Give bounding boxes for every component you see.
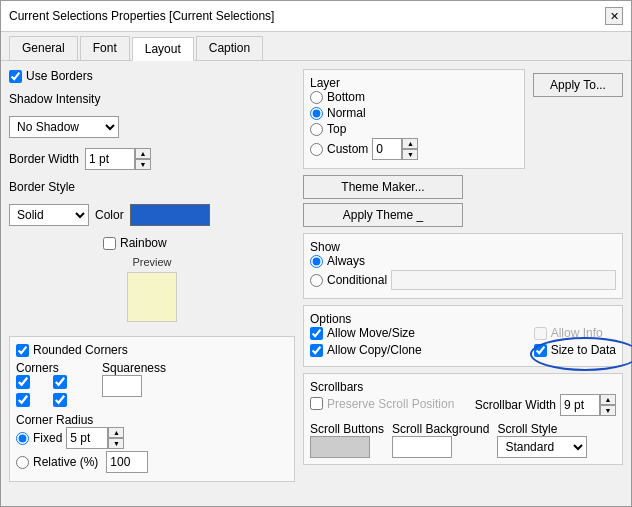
- show-label: Show: [310, 240, 616, 254]
- squareness-input[interactable]: 2: [102, 375, 142, 397]
- scroll-style-select[interactable]: Standard: [497, 436, 587, 458]
- tab-caption[interactable]: Caption: [196, 36, 263, 60]
- tab-layout[interactable]: Layout: [132, 37, 194, 61]
- always-radio[interactable]: [310, 255, 323, 268]
- layer-label: Layer: [310, 76, 518, 90]
- scroll-background-group: Scroll Background: [392, 422, 489, 458]
- rounded-corners-section: Rounded Corners Corners Squareness: [9, 336, 295, 482]
- use-borders-label: Use Borders: [26, 69, 93, 83]
- squareness-label: Squareness: [102, 361, 166, 375]
- scroll-controls-row: Scroll Buttons Scroll Background Scroll …: [310, 422, 616, 458]
- apply-to-button[interactable]: Apply To...: [533, 73, 623, 97]
- preview-label: Preview: [9, 256, 295, 268]
- scroll-background-preview[interactable]: [392, 436, 452, 458]
- fixed-up[interactable]: ▲: [108, 427, 124, 438]
- scrollbar-width-spinner: ▲ ▼: [560, 394, 616, 416]
- shadow-intensity-control: No Shadow: [9, 116, 295, 138]
- size-to-data-checkbox[interactable]: [534, 344, 547, 357]
- bottom-radio[interactable]: [310, 91, 323, 104]
- scrollbar-width-group: Scrollbar Width ▲ ▼: [475, 394, 616, 416]
- rainbow-checkbox[interactable]: [103, 237, 116, 250]
- border-style-select[interactable]: Solid: [9, 204, 89, 226]
- custom-label: Custom: [327, 142, 368, 156]
- corner-bl[interactable]: [16, 393, 30, 407]
- border-width-row: Border Width ▲ ▼: [9, 148, 295, 170]
- border-width-up[interactable]: ▲: [135, 148, 151, 159]
- scrollbars-label: Scrollbars: [310, 380, 616, 394]
- layout-content: Use Borders Shadow Intensity No Shadow B…: [1, 61, 631, 507]
- allow-copy-clone-label: Allow Copy/Clone: [327, 343, 422, 357]
- rounded-corners-row: Rounded Corners: [16, 343, 288, 357]
- border-width-down[interactable]: ▼: [135, 159, 151, 170]
- allow-info-checkbox[interactable]: [534, 327, 547, 340]
- corner-br[interactable]: [53, 393, 67, 407]
- fixed-spinbtns: ▲ ▼: [108, 427, 124, 449]
- preserve-scroll-row: Preserve Scroll Position: [310, 397, 454, 411]
- tab-font[interactable]: Font: [80, 36, 130, 60]
- conditional-radio[interactable]: [310, 274, 323, 287]
- scroll-style-group: Scroll Style Standard: [497, 422, 587, 458]
- scrollbar-width-label: Scrollbar Width: [475, 398, 556, 412]
- apply-to-group: Apply To...: [533, 69, 623, 169]
- apply-theme-button[interactable]: Apply Theme _: [303, 203, 463, 227]
- shadow-intensity-select[interactable]: No Shadow: [9, 116, 119, 138]
- border-width-input[interactable]: [85, 148, 135, 170]
- allow-move-size-checkbox[interactable]: [310, 327, 323, 340]
- window-title: Current Selections Properties [Current S…: [9, 9, 274, 23]
- allow-move-size-row: Allow Move/Size: [310, 326, 422, 340]
- scroll-background-label: Scroll Background: [392, 422, 489, 436]
- corner-tl[interactable]: [16, 375, 30, 389]
- fixed-radio[interactable]: [16, 432, 29, 445]
- fixed-row: Fixed ▲ ▼: [16, 427, 288, 449]
- close-button[interactable]: ✕: [605, 7, 623, 25]
- fixed-input[interactable]: [66, 427, 108, 449]
- rounded-corners-checkbox[interactable]: [16, 344, 29, 357]
- always-row: Always: [310, 254, 616, 268]
- preserve-scroll-checkbox[interactable]: [310, 397, 323, 410]
- conditional-input[interactable]: [391, 270, 616, 290]
- corner-radius-label: Corner Radius: [16, 413, 288, 427]
- relative-label: Relative (%): [33, 455, 98, 469]
- use-borders-checkbox[interactable]: [9, 70, 22, 83]
- size-to-data-row: Size to Data: [534, 343, 616, 357]
- right-panel: Layer Bottom Normal Top: [303, 69, 623, 500]
- rainbow-row: Rainbow: [9, 236, 295, 250]
- always-label: Always: [327, 254, 365, 268]
- normal-radio[interactable]: [310, 107, 323, 120]
- allow-move-size-label: Allow Move/Size: [327, 326, 415, 340]
- corner-tr[interactable]: [53, 375, 67, 389]
- scrollbars-section: Scrollbars Preserve Scroll Position Scro…: [303, 373, 623, 465]
- custom-down[interactable]: ▼: [402, 149, 418, 160]
- scrollbar-width-spinbtns: ▲ ▼: [600, 394, 616, 416]
- custom-radio[interactable]: [310, 143, 323, 156]
- tab-general[interactable]: General: [9, 36, 78, 60]
- normal-label: Normal: [327, 106, 366, 120]
- bottom-row: Bottom: [310, 90, 518, 104]
- preview-box: [127, 272, 177, 322]
- layer-section: Layer Bottom Normal Top: [303, 69, 525, 169]
- use-borders-row: Use Borders: [9, 69, 295, 83]
- options-left: Allow Move/Size Allow Copy/Clone: [310, 326, 422, 360]
- scroll-buttons-label: Scroll Buttons: [310, 422, 384, 436]
- relative-input[interactable]: [106, 451, 148, 473]
- top-row: Top: [310, 122, 518, 136]
- scrollbars-row: Preserve Scroll Position Scrollbar Width…: [310, 394, 616, 416]
- theme-maker-button[interactable]: Theme Maker...: [303, 175, 463, 199]
- title-bar: Current Selections Properties [Current S…: [1, 1, 631, 32]
- allow-copy-clone-checkbox[interactable]: [310, 344, 323, 357]
- custom-up[interactable]: ▲: [402, 138, 418, 149]
- relative-row: Relative (%): [16, 451, 288, 473]
- color-picker[interactable]: [130, 204, 210, 226]
- custom-input[interactable]: [372, 138, 402, 160]
- fixed-down[interactable]: ▼: [108, 438, 124, 449]
- relative-radio[interactable]: [16, 456, 29, 469]
- custom-spinbtns: ▲ ▼: [402, 138, 418, 160]
- scrollbar-width-input[interactable]: [560, 394, 600, 416]
- scroll-buttons-preview[interactable]: [310, 436, 370, 458]
- border-width-spinner: ▲ ▼: [85, 148, 151, 170]
- top-label: Top: [327, 122, 346, 136]
- scrollbar-width-up[interactable]: ▲: [600, 394, 616, 405]
- corners-group: Corners: [16, 361, 86, 407]
- scrollbar-width-down[interactable]: ▼: [600, 405, 616, 416]
- top-radio[interactable]: [310, 123, 323, 136]
